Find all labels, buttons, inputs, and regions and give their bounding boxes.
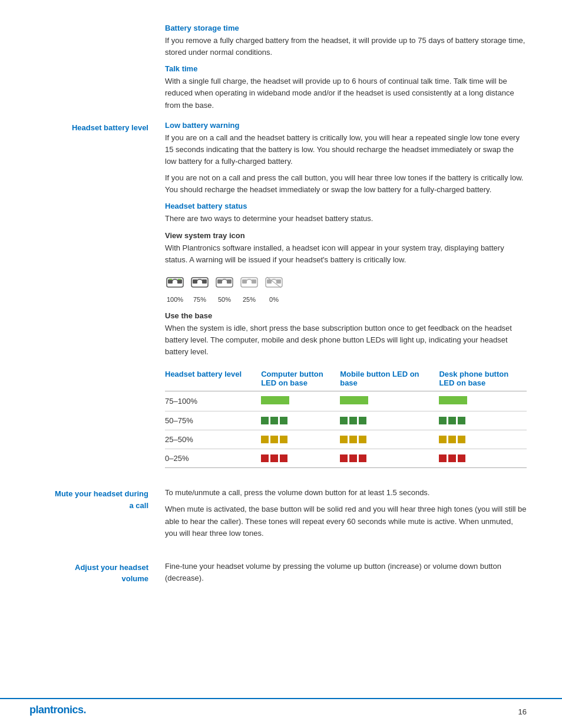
table-header-computer: Computer buttonLED on base bbox=[261, 366, 340, 391]
table-cell-mobile-3 bbox=[340, 430, 439, 449]
led-sq bbox=[340, 417, 348, 424]
low-battery-warning-p1: If you are on a call and the headset bat… bbox=[165, 132, 527, 167]
headset-svg-50 bbox=[214, 274, 234, 292]
adjust-volume-section: Adjust your headsetvolume Fine-tune your… bbox=[0, 561, 562, 589]
mute-content: To mute/unmute a call, press the volume … bbox=[165, 487, 562, 544]
battery-label-100: 100% bbox=[165, 296, 185, 303]
table-cell-desk-1 bbox=[439, 391, 527, 411]
adjust-p1: Fine-tune your headset volume by pressin… bbox=[165, 561, 527, 584]
headset-battery-status-text: There are two ways to determine your hea… bbox=[165, 213, 527, 225]
battery-storage-text: If you remove a fully charged battery fr… bbox=[165, 35, 527, 58]
mute-p2: When mute is activated, the base button … bbox=[165, 503, 527, 539]
led-bar-green-2 bbox=[340, 396, 368, 404]
led-sq bbox=[349, 454, 357, 462]
use-the-base-title: Use the base bbox=[165, 311, 527, 320]
table-cell-mobile-4 bbox=[340, 449, 439, 468]
table-row: 25–50% bbox=[165, 430, 527, 449]
led-sq bbox=[340, 436, 348, 443]
battery-label-50: 50% bbox=[214, 296, 234, 303]
table-cell-desk-4 bbox=[439, 449, 527, 468]
battery-label-75: 75% bbox=[190, 296, 210, 303]
table-header-row: Headset battery level Computer buttonLED… bbox=[165, 366, 527, 391]
battery-labels-row: 100% 75% 50% 25% 0% bbox=[165, 296, 527, 303]
table-cell-level-4: 0–25% bbox=[165, 449, 261, 468]
led-squares-green-1 bbox=[261, 417, 335, 424]
battery-storage-title: Battery storage time bbox=[165, 24, 527, 32]
headset-battery-level-content: Low battery warning If you are on a call… bbox=[165, 121, 562, 469]
battery-level-table: Headset battery level Computer buttonLED… bbox=[165, 366, 527, 468]
table-cell-computer-2 bbox=[261, 411, 340, 430]
table-row: 50–75% bbox=[165, 411, 527, 430]
led-sq bbox=[439, 454, 447, 462]
table-header-desk: Desk phone buttonLED on base bbox=[439, 366, 527, 391]
led-squares-green-3 bbox=[439, 417, 522, 424]
battery-label-0: 0% bbox=[264, 296, 284, 303]
led-sq bbox=[439, 417, 447, 424]
table-cell-desk-2 bbox=[439, 411, 527, 430]
table-cell-computer-1 bbox=[261, 391, 340, 411]
battery-storage-content: Battery storage time If you remove a ful… bbox=[165, 24, 562, 116]
headset-svg-75 bbox=[190, 274, 210, 292]
talk-time-title: Talk time bbox=[165, 64, 527, 73]
page: Battery storage time If you remove a ful… bbox=[0, 0, 562, 728]
page-number: 16 bbox=[518, 707, 527, 716]
table-cell-mobile-1 bbox=[340, 391, 439, 411]
led-sq bbox=[458, 436, 465, 443]
led-sq bbox=[280, 436, 287, 443]
plantronics-logo: plantronics. bbox=[29, 704, 86, 716]
led-bar-green-1 bbox=[261, 396, 289, 404]
led-sq bbox=[270, 436, 278, 443]
content-area: Battery storage time If you remove a ful… bbox=[0, 24, 562, 594]
use-the-base-text: When the system is idle, short press the… bbox=[165, 322, 527, 358]
headset-svg-25 bbox=[239, 274, 259, 292]
led-sq bbox=[261, 454, 269, 462]
battery-icon-0 bbox=[264, 274, 284, 294]
talk-time-text: With a single full charge, the headset w… bbox=[165, 75, 527, 111]
led-sq bbox=[359, 436, 366, 443]
led-squares-red-2 bbox=[340, 454, 434, 462]
led-sq bbox=[448, 436, 456, 443]
logo-text: plantronics. bbox=[29, 704, 86, 716]
led-sq bbox=[280, 454, 287, 462]
led-sq bbox=[439, 436, 447, 443]
svg-rect-3 bbox=[169, 279, 172, 280]
view-system-tray-title: View system tray icon bbox=[165, 231, 527, 240]
table-cell-level-2: 50–75% bbox=[165, 411, 261, 430]
view-system-tray-text: With Plantronics software installed, a h… bbox=[165, 242, 527, 266]
led-sq bbox=[280, 417, 287, 424]
table-cell-computer-3 bbox=[261, 430, 340, 449]
led-sq bbox=[448, 417, 456, 424]
led-squares-red-1 bbox=[261, 454, 335, 462]
led-squares-yellow-3 bbox=[439, 436, 522, 443]
led-sq bbox=[448, 454, 456, 462]
led-sq bbox=[458, 417, 465, 424]
adjust-left-label: Adjust your headsetvolume bbox=[0, 561, 165, 589]
headset-battery-level-label: Headset battery level bbox=[0, 121, 165, 469]
table-header-mobile: Mobile button LED onbase bbox=[340, 366, 439, 391]
battery-icon-50 bbox=[214, 274, 234, 294]
led-squares-yellow-1 bbox=[261, 436, 335, 443]
table-row: 0–25% bbox=[165, 449, 527, 468]
table-cell-level-3: 25–50% bbox=[165, 430, 261, 449]
led-sq bbox=[359, 454, 366, 462]
led-sq bbox=[349, 436, 357, 443]
section-left-label-empty bbox=[0, 24, 165, 116]
battery-icons-row bbox=[165, 274, 527, 294]
led-sq bbox=[340, 454, 348, 462]
battery-storage-section: Battery storage time If you remove a ful… bbox=[0, 24, 562, 116]
mute-p1: To mute/unmute a call, press the volume … bbox=[165, 487, 527, 499]
battery-label-25: 25% bbox=[239, 296, 259, 303]
low-battery-warning-title: Low battery warning bbox=[165, 121, 527, 130]
headset-battery-status-title: Headset battery status bbox=[165, 202, 527, 210]
table-cell-computer-4 bbox=[261, 449, 340, 468]
headset-svg-0 bbox=[264, 274, 284, 292]
table-cell-mobile-2 bbox=[340, 411, 439, 430]
table-cell-level-1: 75–100% bbox=[165, 391, 261, 411]
led-sq bbox=[270, 417, 278, 424]
low-battery-warning-p2: If you are not on a call and press the c… bbox=[165, 172, 527, 196]
led-sq bbox=[349, 417, 357, 424]
table-header-level: Headset battery level bbox=[165, 366, 261, 391]
headset-battery-level-section: Headset battery level Low battery warnin… bbox=[0, 121, 562, 469]
led-sq bbox=[270, 454, 278, 462]
led-sq bbox=[261, 417, 269, 424]
